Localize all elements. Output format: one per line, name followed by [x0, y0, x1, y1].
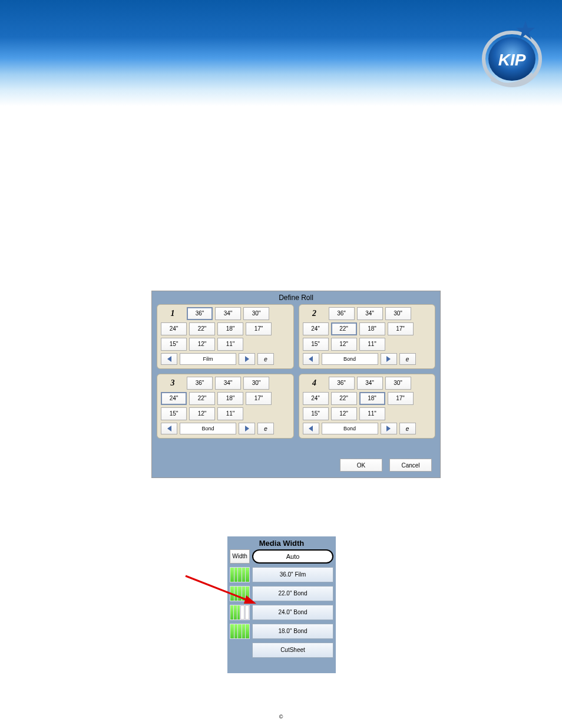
cutsheet-button[interactable]: CutSheet [252, 643, 333, 658]
size-button[interactable]: 11" [359, 407, 385, 420]
media-type-label: Film [180, 353, 236, 365]
size-button[interactable]: 18" [359, 392, 385, 405]
prev-media-button[interactable] [161, 423, 177, 434]
svg-text:KIP: KIP [498, 51, 526, 69]
size-button[interactable]: 11" [359, 338, 385, 351]
roll-quad-3: 336"34"30"24"22"18"17"15"12"11"Bonde [157, 374, 294, 439]
roll-gauge [230, 567, 250, 582]
auto-button[interactable]: Auto [252, 549, 333, 564]
prev-media-button[interactable] [303, 353, 319, 365]
size-button[interactable]: 18" [217, 392, 243, 405]
size-button[interactable]: 34" [215, 377, 241, 390]
edit-icon[interactable]: e [257, 423, 274, 434]
roll-gauge [230, 605, 250, 620]
size-button[interactable]: 34" [215, 307, 241, 320]
media-choice-button[interactable]: 18.0" Bond [252, 624, 333, 639]
size-button[interactable]: 15" [161, 407, 187, 420]
prev-media-button[interactable] [161, 353, 177, 365]
size-button[interactable]: 15" [303, 407, 329, 420]
roll-number: 1 [161, 307, 184, 320]
dialog-title: Define Roll [152, 291, 440, 304]
next-media-button[interactable] [239, 353, 255, 365]
size-button[interactable]: 12" [331, 407, 357, 420]
size-button[interactable]: 34" [357, 377, 383, 390]
size-button[interactable]: 24" [303, 392, 329, 405]
size-button[interactable]: 30" [243, 377, 269, 390]
edit-icon[interactable]: e [399, 423, 416, 434]
size-button[interactable]: 24" [161, 392, 187, 405]
roll-quad-4: 436"34"30"24"22"18"17"15"12"11"Bonde [299, 374, 436, 439]
next-media-button[interactable] [381, 423, 397, 434]
size-button[interactable]: 12" [189, 407, 215, 420]
size-button[interactable]: 22" [189, 322, 215, 335]
size-button[interactable]: 24" [303, 322, 329, 335]
roll-number: 2 [303, 307, 326, 320]
size-button[interactable]: 36" [187, 307, 213, 320]
size-button[interactable]: 11" [217, 407, 243, 420]
edit-icon[interactable]: e [399, 353, 416, 365]
size-button[interactable]: 12" [331, 338, 357, 351]
size-button[interactable]: 11" [217, 338, 243, 351]
size-button[interactable]: 15" [303, 338, 329, 351]
size-button[interactable]: 17" [388, 392, 414, 405]
media-width-title: Media Width [230, 539, 333, 548]
roll-quad-1: 136"34"30"24"22"18"17"15"12"11"Filme [157, 304, 294, 369]
roll-number: 4 [303, 377, 326, 390]
roll-number: 3 [161, 377, 184, 390]
size-button[interactable]: 36" [329, 307, 355, 320]
size-button[interactable]: 22" [189, 392, 215, 405]
width-button[interactable]: Width [230, 549, 250, 564]
media-type-label: Bond [180, 423, 236, 434]
next-media-button[interactable] [381, 353, 397, 365]
size-button[interactable]: 36" [329, 377, 355, 390]
edit-icon[interactable]: e [257, 353, 274, 365]
size-button[interactable]: 17" [246, 322, 272, 335]
size-button[interactable]: 22" [331, 392, 357, 405]
size-button[interactable]: 30" [243, 307, 269, 320]
size-button[interactable]: 17" [388, 322, 414, 335]
size-button[interactable]: 17" [246, 392, 272, 405]
media-type-label: Bond [322, 423, 378, 434]
ok-button[interactable]: OK [340, 459, 382, 472]
footer-copyright: © [0, 714, 562, 720]
media-choice-button[interactable]: 22.0" Bond [252, 586, 333, 601]
roll-gauge [230, 624, 250, 639]
size-button[interactable]: 18" [217, 322, 243, 335]
size-button[interactable]: 24" [161, 322, 187, 335]
define-roll-dialog: Define Roll 136"34"30"24"22"18"17"15"12"… [151, 291, 441, 478]
roll-gauge [230, 586, 250, 601]
header-band: KIP [0, 0, 562, 106]
size-button[interactable]: 15" [161, 338, 187, 351]
media-width-panel: Media Width Width Auto 36.0" Film22.0" B… [227, 536, 336, 673]
size-button[interactable]: 36" [187, 377, 213, 390]
media-choice-button[interactable]: 36.0" Film [252, 567, 333, 582]
roll-quad-2: 236"34"30"24"22"18"17"15"12"11"Bonde [299, 304, 436, 369]
kip-logo: KIP [480, 15, 544, 94]
media-type-label: Bond [322, 353, 378, 365]
size-button[interactable]: 34" [357, 307, 383, 320]
next-media-button[interactable] [239, 423, 255, 434]
size-button[interactable]: 12" [189, 338, 215, 351]
media-choice-button[interactable]: 24.0" Bond [252, 605, 333, 620]
size-button[interactable]: 30" [385, 307, 411, 320]
prev-media-button[interactable] [303, 423, 319, 434]
size-button[interactable]: 22" [331, 322, 357, 335]
size-button[interactable]: 18" [359, 322, 385, 335]
size-button[interactable]: 30" [385, 377, 411, 390]
cancel-button[interactable]: Cancel [389, 459, 432, 472]
